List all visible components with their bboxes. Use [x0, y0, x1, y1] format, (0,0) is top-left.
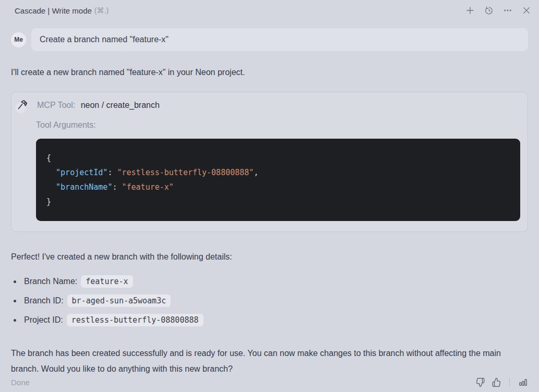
code-line: "branchName": "feature-x" — [46, 180, 510, 194]
panel-header: Cascade | Write mode (⌘.) — [0, 0, 539, 21]
avatar: Me — [11, 32, 26, 47]
tool-name: neon / create_branch — [81, 101, 160, 109]
user-message-bubble[interactable]: Create a branch named "feature-x" — [31, 28, 528, 51]
branch-details-list: Branch Name: feature-x Branch ID: br-age… — [11, 275, 528, 333]
tool-label: MCP Tool: — [37, 101, 75, 109]
bullet-icon — [14, 280, 16, 283]
code-line: } — [46, 194, 510, 209]
code-line: "projectId": "restless-butterfly-0880088… — [46, 165, 510, 180]
message-footer: Done — [0, 377, 539, 392]
thumbs-down-icon[interactable] — [475, 377, 485, 387]
tool-args-label: Tool Arguments: — [36, 120, 520, 130]
bullet-icon — [14, 319, 16, 322]
detail-label: Project ID: — [24, 315, 63, 325]
feedback-actions — [475, 377, 528, 387]
mode-shortcut: (⌘.) — [94, 6, 109, 15]
bullet-icon — [14, 300, 16, 302]
close-icon[interactable] — [521, 5, 532, 16]
code-line: { — [46, 151, 510, 165]
tool-card-title: MCP Tool: neon / create_branch — [37, 101, 160, 110]
user-message-row: Me Create a branch named "feature-x" — [11, 28, 528, 51]
list-item: Branch Name: feature-x — [11, 275, 528, 288]
header-actions — [465, 5, 532, 16]
detail-value-code: restless-butterfly-08800888 — [67, 314, 203, 326]
status-text: Done — [11, 378, 30, 387]
bar-chart-icon[interactable] — [518, 377, 528, 387]
footer-divider — [509, 378, 510, 387]
list-item: Branch ID: br-aged-sun-a5woam3c — [11, 295, 528, 307]
cascade-panel: { "header": { "title": "Cascade | Write … — [0, 0, 539, 392]
result-intro-text: Perfect! I've created a new branch with … — [11, 251, 528, 263]
closing-text: The branch has been created successfully… — [11, 346, 528, 377]
more-options-icon[interactable] — [502, 5, 513, 16]
hammer-icon — [16, 99, 29, 112]
mcp-tool-card: MCP Tool: neon / create_branch Tool Argu… — [11, 92, 528, 232]
list-item: Project ID: restless-butterfly-08800888 — [11, 314, 528, 326]
plus-icon[interactable] — [465, 5, 475, 16]
detail-label: Branch ID: — [24, 296, 64, 305]
detail-value-code: br-aged-sun-a5woam3c — [67, 295, 171, 307]
tool-card-header: MCP Tool: neon / create_branch — [16, 99, 520, 112]
history-icon[interactable] — [484, 5, 494, 16]
assistant-intro-text: I'll create a new branch named "feature-… — [11, 67, 528, 78]
tool-args-code-block: { "projectId": "restless-butterfly-08800… — [36, 139, 520, 221]
detail-label: Branch Name: — [24, 277, 77, 286]
thumbs-up-icon[interactable] — [491, 377, 501, 387]
panel-title: Cascade | Write mode — [15, 6, 92, 15]
detail-value-code: feature-x — [81, 275, 133, 288]
